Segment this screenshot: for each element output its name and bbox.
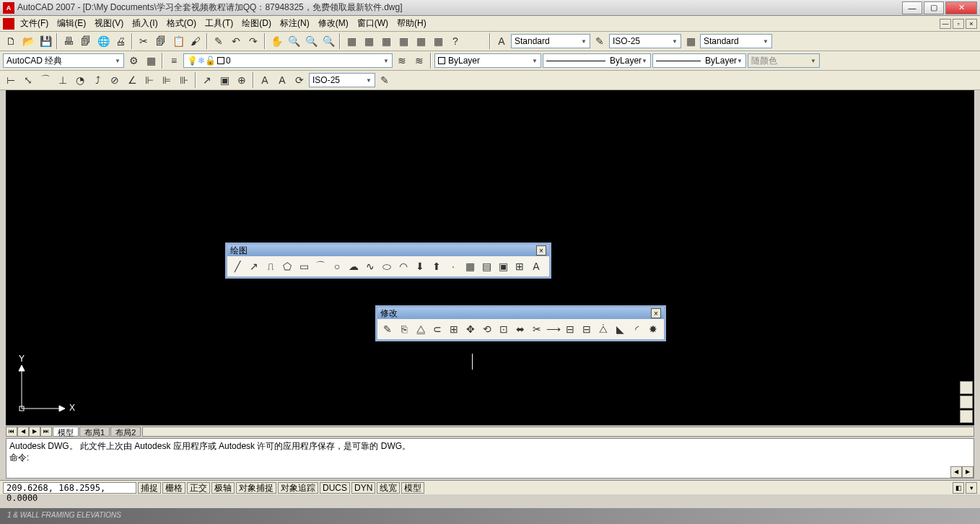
chamfer-icon[interactable]: ◣ bbox=[612, 321, 628, 337]
break-at-point-icon[interactable]: ⊟ bbox=[562, 321, 578, 337]
color-combo[interactable]: ByLayer▼ bbox=[434, 53, 541, 68]
hatch-icon[interactable]: ▦ bbox=[462, 258, 478, 274]
menu-format[interactable]: 格式(O) bbox=[162, 16, 201, 31]
arc-icon[interactable]: ⌒ bbox=[312, 258, 328, 274]
dim-jogged-icon[interactable]: ⤴ bbox=[89, 72, 105, 88]
break-icon[interactable]: ⊟ bbox=[579, 321, 595, 337]
tab-nav-prev[interactable]: ◀ bbox=[17, 427, 29, 437]
lineweight-combo[interactable]: ByLayer▼ bbox=[652, 53, 746, 68]
dim-update-icon[interactable]: ⟳ bbox=[292, 72, 307, 88]
scale-icon[interactable]: ⊡ bbox=[496, 321, 512, 337]
line-icon[interactable]: ╱ bbox=[229, 258, 245, 274]
dim-style-combo[interactable]: ISO-25▼ bbox=[609, 34, 681, 48]
dim-quick-icon[interactable]: ⊩ bbox=[141, 72, 157, 88]
tab-layout2[interactable]: 布局2 bbox=[110, 427, 141, 437]
save-icon[interactable]: 💾 bbox=[38, 33, 53, 49]
dim-tedit-icon[interactable]: A bbox=[274, 72, 290, 88]
layer-combo[interactable]: 💡 ❄ 🔓 0 ▼ bbox=[183, 53, 393, 68]
erase-icon[interactable]: ✎ bbox=[380, 321, 395, 337]
redo-icon[interactable]: ↷ bbox=[245, 33, 261, 49]
table-style-icon[interactable]: ▦ bbox=[683, 33, 699, 49]
menu-tools[interactable]: 工具(T) bbox=[201, 16, 237, 31]
dyn-toggle[interactable]: DYN bbox=[351, 482, 375, 494]
move-icon[interactable]: ✥ bbox=[463, 321, 478, 337]
print-icon[interactable]: 🖶 bbox=[61, 33, 76, 49]
dim-continue-icon[interactable]: ⊪ bbox=[176, 72, 192, 88]
rectangle-icon[interactable]: ▭ bbox=[296, 258, 312, 274]
close-button[interactable]: ✕ bbox=[945, 1, 977, 14]
ellipse-icon[interactable]: ⬭ bbox=[379, 258, 395, 274]
menu-file[interactable]: 文件(F) bbox=[16, 16, 53, 31]
point-icon[interactable]: · bbox=[445, 258, 461, 274]
sheet-set-icon[interactable]: ▦ bbox=[395, 33, 411, 49]
snap-toggle[interactable]: 捕捉 bbox=[138, 482, 161, 494]
ducs-toggle[interactable]: DUCS bbox=[320, 482, 350, 494]
rotate-icon[interactable]: ⟲ bbox=[479, 321, 495, 337]
text-style-icon[interactable]: A bbox=[494, 33, 509, 49]
plotstyle-combo[interactable]: 随颜色▼ bbox=[748, 53, 820, 68]
table-style-combo[interactable]: Standard▼ bbox=[700, 34, 772, 48]
layer-prev-icon[interactable]: ≋ bbox=[394, 53, 410, 69]
menu-dimension[interactable]: 标注(N) bbox=[276, 16, 314, 31]
tab-layout1[interactable]: 布局1 bbox=[79, 427, 110, 437]
spline-icon[interactable]: ∿ bbox=[362, 258, 378, 274]
table-icon[interactable]: ⊞ bbox=[512, 258, 528, 274]
make-block-icon[interactable]: ⬆ bbox=[429, 258, 445, 274]
mdi-close-button[interactable]: × bbox=[966, 19, 977, 29]
layout-scrollbar[interactable] bbox=[142, 427, 974, 437]
construction-line-icon[interactable]: ↗ bbox=[246, 258, 262, 274]
tab-nav-last[interactable]: ⏭ bbox=[40, 427, 52, 437]
text-style-combo[interactable]: Standard▼ bbox=[511, 34, 590, 48]
mdi-minimize-button[interactable]: — bbox=[940, 19, 951, 29]
zoom-previous-icon[interactable]: 🔍 bbox=[320, 33, 336, 49]
zoom-window-icon[interactable]: 🔍 bbox=[303, 33, 319, 49]
tray-icon-2[interactable]: ▾ bbox=[966, 482, 977, 494]
circle-icon[interactable]: ○ bbox=[329, 258, 345, 274]
copy-icon[interactable]: 🗐 bbox=[153, 33, 169, 49]
tray-icon-1[interactable]: ◧ bbox=[953, 482, 964, 494]
command-line[interactable]: Autodesk DWG。 此文件上次由 Autodesk 应用程序或 Auto… bbox=[6, 438, 974, 479]
dim-baseline-icon[interactable]: ⊫ bbox=[159, 72, 175, 88]
modify-toolbar-header[interactable]: 修改 × bbox=[377, 307, 664, 319]
quickcalc-icon[interactable]: ▦ bbox=[430, 33, 446, 49]
menu-insert[interactable]: 插入(I) bbox=[128, 16, 162, 31]
panel-btn-1[interactable] bbox=[960, 381, 973, 394]
tab-nav-next[interactable]: ▶ bbox=[29, 427, 40, 437]
otrack-toggle[interactable]: 对象追踪 bbox=[278, 482, 318, 494]
copy-object-icon[interactable]: ⎘ bbox=[396, 321, 412, 337]
dim-center-icon[interactable]: ⊕ bbox=[234, 72, 250, 88]
region-icon[interactable]: ▣ bbox=[495, 258, 511, 274]
scroll-right-button[interactable]: ▶ bbox=[962, 466, 974, 478]
polar-toggle[interactable]: 极轴 bbox=[211, 482, 235, 494]
drawing-area[interactable]: X Y 绘图 × ╱ ↗ ⎍ ⬠ ▭ ⌒ ○ ☁ ∿ ⬭ ◠ ⬇ ⬆ · ▦ ▤… bbox=[6, 90, 974, 425]
panel-btn-3[interactable] bbox=[960, 410, 973, 423]
help-icon[interactable]: ? bbox=[447, 33, 463, 49]
dim-leader-icon[interactable]: ↗ bbox=[199, 72, 215, 88]
dim-style-manager-icon[interactable]: ✎ bbox=[377, 72, 393, 88]
publish-icon[interactable]: 🌐 bbox=[95, 33, 111, 49]
maximize-button[interactable]: ▢ bbox=[924, 1, 944, 14]
ellipse-arc-icon[interactable]: ◠ bbox=[395, 258, 411, 274]
menu-modify[interactable]: 修改(M) bbox=[314, 16, 353, 31]
dim-radius-icon[interactable]: ◔ bbox=[72, 72, 88, 88]
menu-edit[interactable]: 编辑(E) bbox=[53, 16, 90, 31]
dim-diameter-icon[interactable]: ⊘ bbox=[107, 72, 123, 88]
stretch-icon[interactable]: ⬌ bbox=[512, 321, 528, 337]
fillet-icon[interactable]: ◜ bbox=[629, 321, 644, 337]
menu-window[interactable]: 窗口(W) bbox=[353, 16, 393, 31]
offset-icon[interactable]: ⊂ bbox=[429, 321, 445, 337]
properties-icon[interactable]: ▦ bbox=[344, 33, 359, 49]
osnap-toggle[interactable]: 对象捕捉 bbox=[236, 482, 276, 494]
zoom-realtime-icon[interactable]: 🔍 bbox=[286, 33, 302, 49]
draw-toolbar-close-button[interactable]: × bbox=[536, 245, 546, 256]
mirror-icon[interactable]: ⧋ bbox=[413, 321, 429, 337]
pan-icon[interactable]: ✋ bbox=[268, 33, 284, 49]
array-icon[interactable]: ⊞ bbox=[446, 321, 462, 337]
ortho-toggle[interactable]: 正交 bbox=[187, 482, 210, 494]
design-center-icon[interactable]: ▦ bbox=[361, 33, 377, 49]
plot-icon[interactable]: 🖨 bbox=[113, 33, 128, 49]
scroll-left-button[interactable]: ◀ bbox=[950, 466, 962, 478]
linetype-combo[interactable]: ByLayer▼ bbox=[543, 53, 651, 68]
draw-toolbar-header[interactable]: 绘图 × bbox=[227, 245, 549, 256]
dim-tolerance-icon[interactable]: ▣ bbox=[216, 72, 232, 88]
